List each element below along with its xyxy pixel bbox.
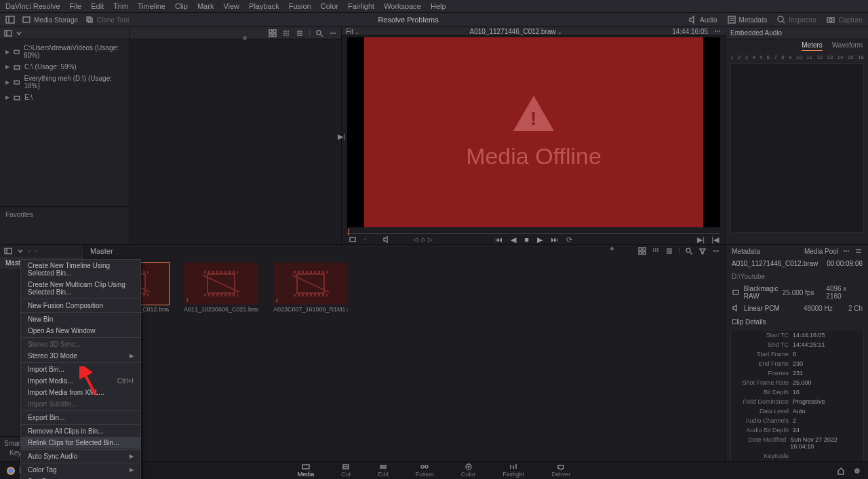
menu-edit[interactable]: Edit	[91, 2, 104, 10]
sidebar-icon[interactable]	[4, 29, 12, 37]
filter-icon[interactable]	[698, 247, 707, 255]
scrubber-dot[interactable]	[243, 36, 247, 40]
thumb-view-icon[interactable]	[638, 247, 646, 255]
menu-playback[interactable]: Playback	[249, 2, 279, 10]
clip-item[interactable]: ♪A011_10230606_C021.braw	[184, 263, 258, 313]
bin-context-menu[interactable]: Create New Timeline Using Selected Bin..…	[20, 259, 141, 479]
mark-out-icon[interactable]: |◀	[711, 235, 719, 244]
page-fairlight[interactable]: Fairlight	[502, 463, 524, 478]
page-cut[interactable]: Cut	[341, 463, 351, 478]
clone-tool-toggle[interactable]: Clone Tool	[85, 15, 129, 24]
sidebar-toggle-icon[interactable]	[5, 15, 15, 24]
menu-mark[interactable]: Mark	[197, 2, 214, 10]
ctx-item[interactable]: Stereo 3D Mode▶	[21, 350, 140, 362]
ctx-item[interactable]: Remove All Clips in Bin...	[21, 425, 140, 437]
sidebar-icon[interactable]	[4, 247, 12, 255]
storage-item[interactable]: ▶C:\Users\drewa\Videos (Usage: 60%)	[0, 42, 130, 61]
zoom-dot[interactable]	[610, 247, 614, 250]
thumb-view-icon[interactable]	[269, 29, 277, 37]
ctx-item[interactable]: Import Media from XML...	[21, 387, 140, 398]
tab-meters[interactable]: Meters	[802, 41, 823, 51]
loop-icon[interactable]: ⟳	[566, 235, 572, 244]
svg-point-25	[283, 33, 285, 34]
menu-color[interactable]: Color	[321, 2, 338, 10]
list-view-icon[interactable]	[296, 29, 304, 37]
menubar[interactable]: DaVinci ResolveFileEditTrimTimelineClipM…	[0, 0, 868, 12]
next-edit-icon[interactable]: ▷	[428, 236, 433, 243]
page-color[interactable]: Color	[461, 463, 476, 478]
media-storage-toggle[interactable]: Media Storage	[22, 15, 78, 24]
menu-help[interactable]: Help	[431, 2, 446, 10]
storage-item[interactable]: ▶C:\ (Usage: 59%)	[0, 61, 130, 73]
prev-edit-icon[interactable]: ◁	[413, 236, 418, 243]
chevron-down-icon[interactable]	[15, 29, 23, 37]
more-icon[interactable]	[713, 27, 722, 35]
media-pool-dropdown[interactable]: Media Pool	[804, 248, 838, 255]
menu-workspace[interactable]: Workspace	[384, 2, 421, 10]
viewer-scrubber[interactable]	[347, 229, 720, 235]
viewer-clip-name[interactable]: A010_11271446_C012.braw ⌵	[469, 28, 561, 35]
fit-dropdown[interactable]: Fit ⌵	[346, 28, 359, 35]
match-frame-icon[interactable]	[349, 235, 357, 244]
volume-icon[interactable]	[382, 235, 391, 244]
list-view-icon[interactable]	[665, 247, 673, 255]
in-point-marker[interactable]: ▶|	[338, 132, 345, 141]
capture-toggle[interactable]: Capture	[826, 15, 863, 24]
more-icon[interactable]	[712, 247, 720, 255]
clip-item[interactable]: ♪A023C007_161009_R1M1.mov	[273, 263, 348, 313]
nav-fwd-icon[interactable]: ›	[35, 248, 37, 254]
go-start-icon[interactable]: ⏮	[495, 235, 502, 244]
menu-fairlight[interactable]: Fairlight	[348, 2, 374, 10]
ctx-item[interactable]: Create New Timeline Using Selected Bin..…	[21, 260, 140, 279]
menu-timeline[interactable]: Timeline	[138, 2, 165, 10]
svg-point-58	[686, 248, 690, 252]
ctx-item[interactable]: New Fusion Composition	[21, 300, 140, 311]
menu-fusion[interactable]: Fusion	[289, 2, 311, 10]
ctx-item[interactable]: Auto Sync Audio▶	[21, 451, 140, 462]
ctx-item[interactable]: Export Bin...	[21, 412, 140, 423]
go-end-icon[interactable]: ⏭	[551, 235, 558, 244]
chevron-down-icon[interactable]	[16, 247, 24, 255]
menu-file[interactable]: File	[70, 2, 82, 10]
storage-item[interactable]: ▶Everything meh (D:\) (Usage: 18%)	[0, 73, 130, 92]
keyframe-icon[interactable]: ◇	[420, 236, 425, 243]
menu-clip[interactable]: Clip	[175, 2, 188, 10]
more-icon[interactable]	[842, 247, 850, 255]
ctx-item[interactable]: Color Tag▶	[21, 464, 140, 476]
grid-view-icon[interactable]	[282, 29, 290, 37]
tab-waveform[interactable]: Waveform	[832, 41, 863, 51]
menu-view[interactable]: View	[223, 2, 239, 10]
storage-item[interactable]: ▶E:\	[0, 92, 130, 103]
play-icon[interactable]: ▶	[537, 235, 542, 244]
small-grid-icon[interactable]	[652, 247, 660, 255]
settings-icon[interactable]	[854, 247, 863, 255]
search-icon[interactable]	[315, 29, 323, 37]
page-edit[interactable]: Edit	[378, 463, 389, 478]
menu-davinciresolve[interactable]: DaVinci Resolve	[5, 2, 60, 10]
metadata-toggle[interactable]: Metadata	[727, 15, 768, 24]
stop-icon[interactable]: ■	[524, 235, 529, 244]
more-icon[interactable]	[329, 29, 337, 37]
page-deliver[interactable]: Deliver	[551, 463, 570, 478]
ctx-item[interactable]: New Bin	[21, 313, 140, 325]
pool-breadcrumb[interactable]: Master	[90, 247, 113, 255]
mark-in-icon[interactable]: ▶|	[697, 235, 705, 244]
page-media[interactable]: Media	[298, 463, 315, 478]
nav-back-icon[interactable]: ‹	[28, 248, 31, 254]
ctx-item[interactable]: Open As New Window	[21, 325, 140, 337]
ctx-item[interactable]: Relink Clips for Selected Bin...	[21, 437, 140, 448]
ctx-item[interactable]: Import Media...Ctrl+I	[21, 375, 140, 387]
ctx-item[interactable]: Sort By▶	[21, 476, 140, 479]
audio-toggle[interactable]: Audio	[688, 15, 717, 24]
ctx-item[interactable]: Create New Multicam Clip Using Selected …	[21, 279, 140, 298]
menu-trim[interactable]: Trim	[113, 2, 128, 10]
page-fusion[interactable]: Fusion	[416, 463, 434, 478]
play-reverse-icon[interactable]: ◀	[511, 235, 516, 244]
inspector-toggle[interactable]: Inspector	[776, 15, 816, 24]
top-toolbar: Media Storage Clone Tool Resolve Problem…	[0, 12, 868, 27]
search-icon[interactable]	[685, 247, 693, 255]
ctx-item[interactable]: Import Bin...	[21, 364, 140, 375]
viewer-frame[interactable]: Media Offline ▶|	[347, 37, 720, 227]
gear-icon[interactable]	[853, 467, 861, 475]
home-icon[interactable]	[837, 467, 845, 475]
